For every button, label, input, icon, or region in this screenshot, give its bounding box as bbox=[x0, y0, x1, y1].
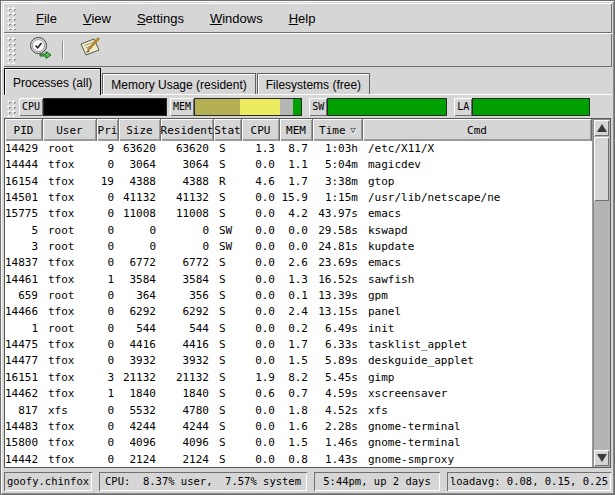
menu-bar: File View Settings Windows Help bbox=[3, 3, 612, 33]
table-row[interactable]: 659root0364356S0.00.113.39sgpm bbox=[5, 288, 592, 304]
cell-pri: 0 bbox=[97, 304, 119, 320]
toolbar-drag-handle[interactable] bbox=[6, 36, 17, 64]
cell-pid: 14462 bbox=[5, 386, 43, 402]
menubar-drag-handle[interactable] bbox=[6, 6, 17, 30]
table-row[interactable]: 14501tfox04113241132S0.015.91:15m/usr/li… bbox=[5, 190, 592, 206]
column-header-pid[interactable]: PID bbox=[5, 119, 43, 141]
cpu-bar-label[interactable]: CPU bbox=[19, 98, 43, 116]
bar-segment bbox=[293, 99, 301, 115]
menu-settings[interactable]: Settings bbox=[128, 7, 193, 30]
cell-cmd: gtop bbox=[363, 174, 592, 190]
cell-time: 24.81s bbox=[313, 239, 363, 255]
table-row[interactable]: 5root000SW0.00.029.58skswapd bbox=[5, 223, 592, 239]
cell-time: 5:04m bbox=[313, 157, 363, 173]
table-row[interactable]: 14462tfox118401840S0.60.74.59sxscreensav… bbox=[5, 386, 592, 402]
table-row[interactable]: 14466tfox062926292S0.02.413.15spanel bbox=[5, 304, 592, 320]
cell-user: tfox bbox=[43, 206, 97, 222]
column-header-cpu[interactable]: CPU bbox=[242, 119, 280, 141]
cell-stat: SW bbox=[214, 239, 242, 255]
summary-drag-handle[interactable] bbox=[6, 99, 17, 117]
column-header-mem[interactable]: MEM bbox=[280, 119, 313, 141]
swap-bar-label[interactable]: SW bbox=[309, 98, 327, 116]
cell-user: root bbox=[43, 141, 97, 157]
cell-stat: S bbox=[214, 386, 242, 402]
menu-help[interactable]: Help bbox=[280, 7, 325, 30]
cell-pri: 1 bbox=[97, 386, 119, 402]
cell-resident: 3932 bbox=[161, 353, 214, 369]
column-header-size[interactable]: Size bbox=[119, 119, 161, 141]
cell-resident: 11008 bbox=[161, 206, 214, 222]
menu-view[interactable]: View bbox=[74, 7, 120, 30]
cell-mem: 0.7 bbox=[280, 386, 313, 402]
mem-bar-label[interactable]: MEM bbox=[170, 98, 194, 116]
cell-mem: 0.0 bbox=[280, 223, 313, 239]
tab-processes[interactable]: Processes (all) bbox=[4, 68, 101, 95]
scrollbar-thumb[interactable] bbox=[594, 137, 609, 201]
table-row[interactable]: 14444tfox030643064S0.01.15:04mmagicdev bbox=[5, 157, 592, 173]
notepad-edit-icon bbox=[77, 35, 103, 65]
cell-cmd: kupdate bbox=[363, 239, 592, 255]
cell-size: 2124 bbox=[119, 452, 161, 467]
monitor: LA bbox=[454, 98, 590, 116]
table-row[interactable]: 3root000SW0.00.024.81skupdate bbox=[5, 239, 592, 255]
table-row[interactable]: 817xfs055324780S0.01.84.52sxfs bbox=[5, 403, 592, 419]
status-bar: goofy.chinfox CPU: 8.37% user, 7.57% sys… bbox=[4, 470, 611, 492]
menu-file[interactable]: File bbox=[27, 7, 66, 30]
table-body: 14429root96362063620S1.38.71:03h/etc/X11… bbox=[5, 141, 592, 467]
cell-user: tfox bbox=[43, 174, 97, 190]
cell-cmd: deskguide_applet bbox=[363, 353, 592, 369]
tab-filesystems[interactable]: Filesystems (free) bbox=[257, 73, 370, 95]
cell-cpu: 0.0 bbox=[242, 239, 280, 255]
cell-resident: 356 bbox=[161, 288, 214, 304]
column-header-time[interactable]: Time▽ bbox=[313, 119, 363, 141]
cell-pri: 19 bbox=[97, 174, 119, 190]
cell-pri: 0 bbox=[97, 288, 119, 304]
cell-stat: S bbox=[214, 452, 242, 467]
menu-windows[interactable]: Windows bbox=[201, 7, 272, 30]
table-row[interactable]: 15800tfox040964096S0.01.51.46sgnome-term… bbox=[5, 435, 592, 451]
cell-pri: 0 bbox=[97, 337, 119, 353]
cell-cpu: 0.0 bbox=[242, 157, 280, 173]
arrow-up-icon bbox=[597, 124, 607, 132]
vertical-scrollbar[interactable] bbox=[592, 119, 610, 467]
cell-time: 1.46s bbox=[313, 435, 363, 451]
cell-resident: 41132 bbox=[161, 190, 214, 206]
tab-memory-usage[interactable]: Memory Usage (resident) bbox=[102, 73, 255, 95]
properties-button[interactable] bbox=[73, 36, 107, 64]
hostname-panel: goofy.chinfox bbox=[4, 472, 92, 491]
table-row[interactable]: 1root0544544S0.00.26.49sinit bbox=[5, 321, 592, 337]
cell-mem: 1.5 bbox=[280, 435, 313, 451]
table-row[interactable]: 14442tfox021242124S0.00.81.43sgnome-smpr… bbox=[5, 452, 592, 467]
column-header-user[interactable]: User bbox=[43, 119, 97, 141]
table-row[interactable]: 14475tfox044164416S0.01.76.33stasklist_a… bbox=[5, 337, 592, 353]
table-row[interactable]: 16154tfox1943884388R4.61.73:38mgtop bbox=[5, 174, 592, 190]
table-row[interactable]: 14477tfox039323932S0.01.55.89sdeskguide_… bbox=[5, 353, 592, 369]
run-gtop-button[interactable] bbox=[23, 36, 57, 64]
cell-pid: 14477 bbox=[5, 353, 43, 369]
cell-cmd: sawfish bbox=[363, 272, 592, 288]
scroll-up-button[interactable] bbox=[594, 120, 609, 136]
table-row[interactable]: 14483tfox042444244S0.01.62.28sgnome-term… bbox=[5, 419, 592, 435]
table-row[interactable]: 14461tfox135843584S0.01.316.52ssawfish bbox=[5, 272, 592, 288]
column-header-stat[interactable]: Stat bbox=[214, 119, 242, 141]
column-header-pri[interactable]: Pri bbox=[97, 119, 119, 141]
cell-cmd: emacs bbox=[363, 255, 592, 271]
table-row[interactable]: 14837tfox067726772S0.02.623.69semacs bbox=[5, 255, 592, 271]
cell-resident: 1840 bbox=[161, 386, 214, 402]
table-row[interactable]: 16151tfox32113221132S1.98.25.45sgimp bbox=[5, 370, 592, 386]
cell-user: tfox bbox=[43, 452, 97, 467]
cell-cmd: gnome-terminal bbox=[363, 435, 592, 451]
cell-pid: 14483 bbox=[5, 419, 43, 435]
column-header-cmd[interactable]: Cmd bbox=[363, 119, 592, 141]
loadavg-bar-label[interactable]: LA bbox=[454, 98, 472, 116]
table-row[interactable]: 14429root96362063620S1.38.71:03h/etc/X11… bbox=[5, 141, 592, 157]
cpu-stats-panel: CPU: 8.37% user, 7.57% system bbox=[99, 472, 307, 491]
cell-stat: S bbox=[214, 337, 242, 353]
cell-stat: S bbox=[214, 272, 242, 288]
table-row[interactable]: 15775tfox01100811008S0.04.243.97semacs bbox=[5, 206, 592, 222]
cell-resident: 544 bbox=[161, 321, 214, 337]
column-header-resident[interactable]: Resident bbox=[161, 119, 214, 141]
cell-pri: 0 bbox=[97, 403, 119, 419]
scroll-down-button[interactable] bbox=[594, 450, 609, 466]
cell-pid: 5 bbox=[5, 223, 43, 239]
